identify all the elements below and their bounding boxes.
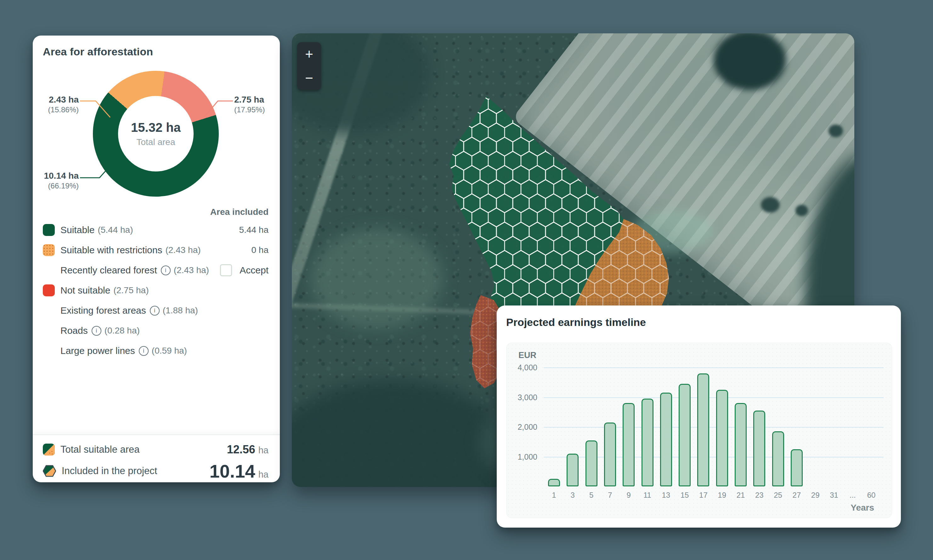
x-axis-tick: 60 bbox=[862, 491, 881, 500]
gridline bbox=[544, 397, 884, 398]
area-included-value: 0 ha bbox=[251, 245, 269, 255]
legend-detail: (0.28 ha) bbox=[105, 326, 140, 336]
x-axis-tick: 13 bbox=[657, 491, 675, 500]
legend-detail: (1.88 ha) bbox=[163, 306, 198, 315]
bar-chart: EUR Years 1,0002,0003,0004,0001357911131… bbox=[506, 343, 892, 518]
included-in-project-row: Included in the project 10.14ha bbox=[43, 462, 268, 480]
donut-center: 15.32 ha Total area bbox=[118, 96, 194, 171]
callout-percent: (66.19%) bbox=[38, 181, 79, 191]
x-axis-tick: 11 bbox=[638, 491, 657, 500]
not-suitable-swatch bbox=[43, 285, 55, 296]
x-axis-tick: 19 bbox=[712, 491, 731, 500]
earnings-bar-year-25 bbox=[772, 431, 784, 486]
x-axis-tick: 1 bbox=[544, 491, 563, 500]
earnings-bar-year-23 bbox=[753, 411, 765, 486]
x-axis-tick: 3 bbox=[563, 491, 582, 500]
zoom-out-button[interactable]: − bbox=[297, 66, 321, 90]
x-axis-label: Years bbox=[851, 503, 874, 513]
x-axis-tick: 27 bbox=[787, 491, 806, 500]
earnings-bar-year-19 bbox=[716, 390, 728, 486]
earnings-bar-year-27 bbox=[791, 449, 803, 486]
y-axis-unit-label: EUR bbox=[518, 351, 537, 360]
total-suitable-value: 12.56 bbox=[227, 443, 255, 456]
legend: Suitable (5.44 ha) 5.44 ha Suitable with… bbox=[43, 220, 268, 361]
y-axis-tick: 1,000 bbox=[506, 452, 537, 462]
gridline bbox=[544, 368, 884, 368]
x-axis-tick: 7 bbox=[601, 491, 620, 500]
earnings-bar-year-15 bbox=[679, 384, 691, 486]
x-axis-tick: 23 bbox=[750, 491, 769, 500]
y-axis-tick: 3,000 bbox=[506, 393, 537, 402]
total-suitable-area-row: Total suitable area 12.56ha bbox=[43, 442, 268, 458]
suitable-swatch bbox=[43, 224, 55, 236]
x-axis-tick: 15 bbox=[675, 491, 694, 500]
unit: ha bbox=[258, 469, 268, 480]
callout-value: 2.43 ha bbox=[38, 94, 79, 105]
total-area-label: Total area bbox=[137, 137, 175, 147]
callout-value: 2.75 ha bbox=[234, 94, 278, 105]
earnings-bar-year-9 bbox=[623, 403, 635, 486]
legend-label: Suitable with restrictions bbox=[60, 245, 162, 255]
x-axis-tick: 29 bbox=[806, 491, 825, 500]
info-icon[interactable]: i bbox=[161, 266, 171, 275]
earnings-bar-year-5 bbox=[586, 440, 597, 486]
callout-percent: (17.95%) bbox=[234, 105, 278, 114]
y-axis-tick: 2,000 bbox=[506, 423, 537, 432]
x-axis-tick: 21 bbox=[731, 491, 750, 500]
callout-suitable-restrictions: 2.43 ha (15.86%) bbox=[38, 94, 79, 114]
legend-row-recently-cleared: Recently cleared forest i (2.43 ha) Acce… bbox=[43, 260, 268, 280]
included-project-value: 10.14 bbox=[210, 461, 255, 482]
restrictions-swatch bbox=[43, 244, 55, 256]
area-for-afforestation-panel: Area for afforestation 15.32 ha Total ar… bbox=[33, 35, 280, 482]
earnings-bar-year-3 bbox=[567, 454, 578, 486]
earnings-bar-year-21 bbox=[735, 403, 746, 486]
legend-detail: (2.43 ha) bbox=[165, 245, 200, 255]
legend-row-not-suitable: Not suitable (2.75 ha) bbox=[43, 280, 268, 300]
x-axis-tick: 5 bbox=[582, 491, 601, 500]
earnings-bar-year-13 bbox=[660, 392, 672, 486]
hexagon-icon bbox=[43, 465, 56, 477]
legend-label: Existing forest areas bbox=[60, 305, 146, 316]
callout-suitable: 10.14 ha (66.19%) bbox=[38, 170, 79, 191]
legend-label: Large power lines bbox=[60, 345, 135, 356]
callout-value: 10.14 ha bbox=[38, 170, 79, 181]
zoom-in-button[interactable]: + bbox=[297, 42, 321, 66]
legend-row-suitable-restrictions: Suitable with restrictions (2.43 ha) 0 h… bbox=[43, 240, 268, 260]
legend-row-existing-forest: Existing forest areas i (1.88 ha) bbox=[43, 300, 268, 321]
map-zoom-control: + − bbox=[297, 42, 321, 90]
info-icon[interactable]: i bbox=[92, 326, 101, 336]
info-icon[interactable]: i bbox=[139, 346, 148, 356]
earnings-title: Projected earnings timeline bbox=[506, 316, 646, 328]
legend-label: Roads bbox=[60, 325, 88, 336]
included-project-label: Included in the project bbox=[62, 465, 157, 477]
legend-detail: (5.44 ha) bbox=[97, 225, 133, 235]
earnings-bar-year-1 bbox=[548, 479, 560, 486]
x-axis-tick: 31 bbox=[825, 491, 844, 500]
legend-row-roads: Roads i (0.28 ha) bbox=[43, 321, 268, 341]
legend-row-power-lines: Large power lines i (0.59 ha) bbox=[43, 341, 268, 361]
earnings-bar-year-17 bbox=[697, 374, 709, 486]
earnings-bar-year-11 bbox=[642, 398, 654, 486]
earnings-bar-year-7 bbox=[604, 423, 616, 486]
legend-detail: (2.43 ha) bbox=[174, 265, 209, 275]
legend-label: Recently cleared forest bbox=[60, 265, 157, 275]
legend-row-suitable: Suitable (5.44 ha) 5.44 ha bbox=[43, 220, 268, 240]
x-axis-tick: ... bbox=[843, 491, 862, 500]
total-area-value: 15.32 ha bbox=[131, 120, 181, 135]
callout-percent: (15.86%) bbox=[38, 105, 79, 114]
y-axis-tick: 4,000 bbox=[506, 363, 537, 372]
donut-chart: 15.32 ha Total area 2.43 ha (15.86%) 2.7… bbox=[33, 35, 280, 218]
projected-earnings-panel: Projected earnings timeline EUR Years 1,… bbox=[497, 306, 901, 528]
legend-detail: (2.75 ha) bbox=[113, 285, 148, 295]
legend-label: Suitable bbox=[60, 225, 94, 235]
callout-not-suitable: 2.75 ha (17.95%) bbox=[234, 94, 278, 114]
gridline bbox=[544, 427, 884, 428]
split-swatch-icon bbox=[43, 444, 55, 455]
page: { "page": {"background": "#4b6670"}, "ar… bbox=[0, 0, 933, 560]
accept-label: Accept bbox=[239, 265, 268, 275]
accept-checkbox[interactable] bbox=[220, 264, 232, 276]
x-axis-tick: 9 bbox=[619, 491, 638, 500]
legend-detail: (0.59 ha) bbox=[152, 346, 187, 356]
x-axis-tick: 17 bbox=[694, 491, 712, 500]
info-icon[interactable]: i bbox=[150, 306, 160, 315]
